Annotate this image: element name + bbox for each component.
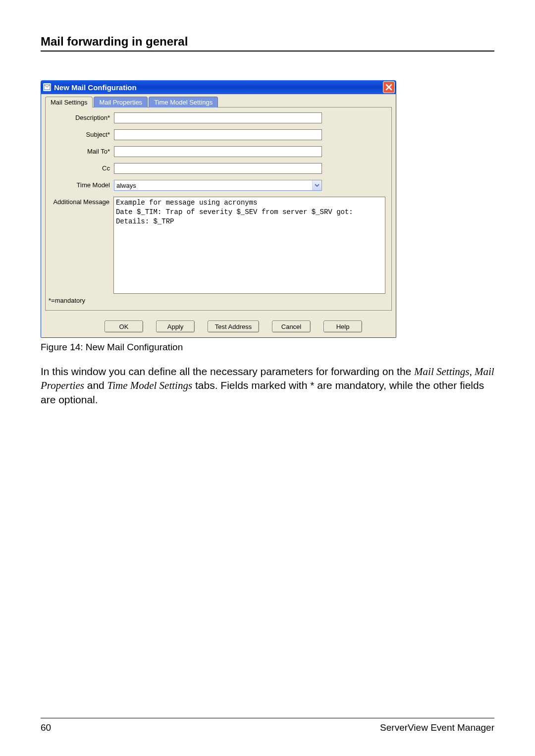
- ok-button[interactable]: OK: [105, 321, 143, 332]
- tab-mail-settings[interactable]: Mail Settings: [45, 97, 93, 108]
- body-paragraph: In this window you can define all the ne…: [41, 365, 494, 407]
- figure-caption: Figure 14: New Mail Configuration: [41, 342, 494, 353]
- help-button[interactable]: Help: [323, 321, 362, 332]
- tab-mail-properties[interactable]: Mail Properties: [94, 97, 148, 108]
- body-italic-2: Time Model Settings: [107, 379, 193, 391]
- mailto-input[interactable]: [114, 146, 322, 157]
- label-timemodel: Time Model: [48, 180, 114, 189]
- tab-time-model-settings[interactable]: Time Model Settings: [149, 97, 218, 108]
- chevron-down-icon: [312, 180, 321, 190]
- mandatory-note: *=mandatory: [49, 297, 385, 304]
- heading-rule: [41, 51, 494, 52]
- label-description: Description*: [48, 112, 114, 121]
- titlebar: New Mail Configuration: [41, 80, 396, 94]
- tab-panel-mail-settings: Description* Subject* Mail To* Cc Time M…: [45, 107, 392, 311]
- close-icon: [385, 84, 392, 91]
- body-text-2: and: [84, 379, 107, 391]
- label-additional: Additional Message: [48, 197, 113, 206]
- timemodel-select[interactable]: always: [114, 180, 322, 191]
- label-subject: Subject*: [48, 129, 114, 138]
- body-text-1: In this window you can define all the ne…: [41, 366, 414, 377]
- close-button[interactable]: [383, 81, 395, 93]
- page-number: 60: [41, 722, 51, 733]
- label-cc: Cc: [48, 163, 114, 172]
- app-icon: [43, 83, 51, 91]
- timemodel-value: always: [116, 182, 136, 189]
- button-row: OK Apply Test Address Cancel Help: [105, 321, 392, 332]
- apply-button[interactable]: Apply: [156, 321, 195, 332]
- tab-bar: Mail Settings Mail Properties Time Model…: [45, 97, 392, 108]
- additional-message-input[interactable]: [113, 197, 385, 294]
- label-mailto: Mail To*: [48, 146, 114, 155]
- page-footer: 60 ServerView Event Manager: [41, 718, 494, 733]
- description-input[interactable]: [114, 112, 322, 123]
- dialog-new-mail-configuration: New Mail Configuration Mail Settings Mai…: [41, 80, 396, 338]
- test-address-button[interactable]: Test Address: [208, 321, 259, 332]
- cc-input[interactable]: [114, 163, 322, 174]
- section-heading: Mail forwarding in general: [41, 35, 494, 49]
- cancel-button[interactable]: Cancel: [272, 321, 311, 332]
- document-title: ServerView Event Manager: [380, 722, 494, 733]
- titlebar-text: New Mail Configuration: [54, 83, 137, 92]
- subject-input[interactable]: [114, 129, 322, 140]
